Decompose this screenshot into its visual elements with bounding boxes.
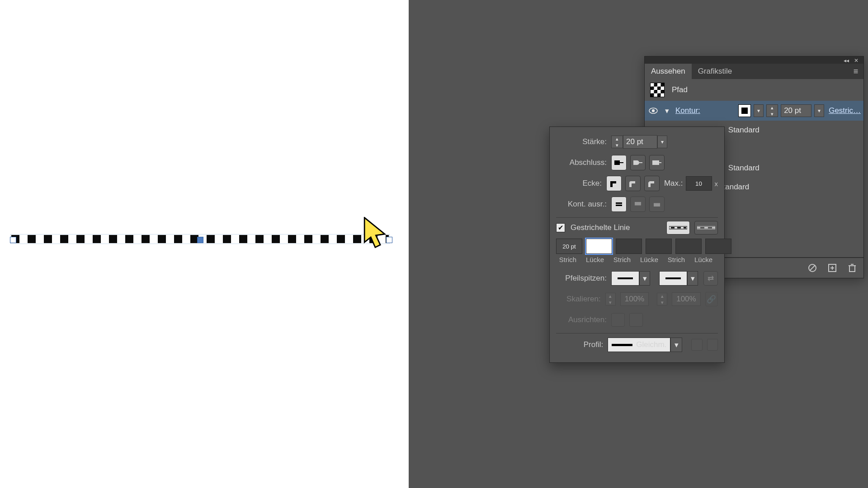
stroke-weight-value[interactable]: 20 pt xyxy=(781,104,811,117)
stroke-color-dropdown[interactable]: ▾ xyxy=(754,104,764,117)
svg-marker-17 xyxy=(648,181,654,187)
align-outside-button[interactable] xyxy=(649,197,665,212)
weight-dropdown[interactable]: ▾ xyxy=(657,136,667,148)
flip-across-icon[interactable] xyxy=(707,339,718,351)
dash-input-1[interactable] xyxy=(556,239,582,254)
gap-input-3[interactable] xyxy=(705,239,731,254)
stroke-extra-link[interactable]: Gestric… xyxy=(829,106,861,115)
cap-round-button[interactable] xyxy=(630,155,646,170)
svg-rect-20 xyxy=(635,202,641,205)
tab-aussehen[interactable]: Aussehen xyxy=(645,64,692,79)
selection-handle-right[interactable] xyxy=(386,237,392,243)
clear-appearance-icon[interactable] xyxy=(807,263,817,273)
arrow-end-dropdown[interactable]: ▾ xyxy=(687,271,698,286)
selection-handle-center[interactable] xyxy=(197,237,203,243)
panel-collapse-icon[interactable]: ◂◂ xyxy=(843,57,850,63)
new-effect-icon[interactable] xyxy=(827,263,837,273)
corner-round-button[interactable] xyxy=(625,176,641,191)
profile-dropdown[interactable]: ▾ xyxy=(670,338,682,352)
arrow-start-combo[interactable] xyxy=(611,271,639,286)
align-center-button[interactable] xyxy=(611,197,627,212)
stroke-panel[interactable]: Stärke: ▴▾ 20 pt ▾ Abschluss: Ecke: xyxy=(549,127,725,363)
stroke-weight-dropdown[interactable]: ▾ xyxy=(814,104,824,117)
gap-input-1[interactable] xyxy=(586,239,612,254)
link-scale-icon[interactable]: 🔗 xyxy=(705,292,718,306)
limit-label: Max.: xyxy=(664,179,683,188)
stroke-color-swatch[interactable] xyxy=(738,104,751,117)
align-tip-label: Ausrichten: xyxy=(556,315,607,324)
scale-right-stepper[interactable]: ▴▾ xyxy=(657,293,667,305)
gap-col-label-2: Lücke xyxy=(637,256,661,263)
align-tip-option-2[interactable] xyxy=(629,313,643,327)
weight-stepper[interactable]: ▴▾ xyxy=(611,136,623,148)
gap-col-label-3: Lücke xyxy=(692,256,715,263)
panel-menu-icon[interactable]: ≡ xyxy=(848,64,863,79)
miter-limit-input[interactable] xyxy=(686,176,712,191)
stroke-label-link[interactable]: Kontur: xyxy=(675,106,700,115)
profile-value: Gleichm. xyxy=(636,340,666,349)
flip-along-icon[interactable] xyxy=(691,339,702,351)
svg-rect-22 xyxy=(654,203,660,206)
canvas[interactable] xyxy=(0,0,409,488)
svg-rect-14 xyxy=(652,160,659,165)
corner-label: Ecke: xyxy=(556,179,602,188)
corner-bevel-button[interactable] xyxy=(644,176,660,191)
object-thumbnail xyxy=(650,83,665,97)
selection-handle-left[interactable] xyxy=(10,237,16,243)
gap-col-label-1: Lücke xyxy=(583,256,607,263)
cap-label: Abschluss: xyxy=(556,158,607,167)
disclosure-icon[interactable]: ▾ xyxy=(663,107,671,115)
profile-label: Profil: xyxy=(556,340,603,349)
align-stroke-label: Kont. ausr.: xyxy=(556,200,607,209)
dashed-line-checkbox[interactable]: ✔ xyxy=(556,223,565,232)
cap-projecting-button[interactable] xyxy=(649,155,665,170)
panel-close-icon[interactable]: ✕ xyxy=(853,57,860,63)
dash-input-3[interactable] xyxy=(675,239,702,254)
dash-col-label-1: Strich xyxy=(556,256,580,263)
weight-value[interactable]: 20 pt xyxy=(623,135,657,149)
stroke-weight-stepper[interactable]: ▴▾ xyxy=(766,104,778,117)
scale-label: Skalieren: xyxy=(556,295,601,304)
delete-icon[interactable] xyxy=(847,263,857,273)
dash-mode-align-button[interactable] xyxy=(694,221,718,235)
scale-left-value[interactable]: 100% xyxy=(620,292,649,306)
tab-grafikstile[interactable]: Grafikstile xyxy=(692,64,739,79)
corner-miter-button[interactable] xyxy=(606,176,622,191)
svg-rect-8 xyxy=(849,266,855,272)
dashed-line-label: Gestrichelte Linie xyxy=(571,223,630,232)
scale-left-stepper[interactable]: ▴▾ xyxy=(605,293,616,305)
object-type-label: Pfad xyxy=(672,85,688,94)
visibility-toggle-icon[interactable] xyxy=(648,106,658,116)
svg-marker-16 xyxy=(610,181,616,187)
align-tip-option-1[interactable] xyxy=(611,313,625,327)
cap-butt-button[interactable] xyxy=(611,155,627,170)
svg-rect-11 xyxy=(614,160,620,165)
dash-col-label-2: Strich xyxy=(610,256,634,263)
arrowheads-label: Pfeilspitzen: xyxy=(556,274,607,283)
gap-input-2[interactable] xyxy=(646,239,672,254)
svg-line-4 xyxy=(810,265,815,271)
dash-mode-preserve-button[interactable] xyxy=(666,221,690,235)
arrow-start-dropdown[interactable]: ▾ xyxy=(639,271,650,286)
weight-label: Stärke: xyxy=(556,137,607,146)
align-inside-button[interactable] xyxy=(630,197,646,212)
opacity-value-2[interactable]: Standard xyxy=(728,164,760,173)
arrow-end-combo[interactable] xyxy=(659,271,687,286)
limit-x-suffix: x xyxy=(715,180,718,188)
svg-point-2 xyxy=(652,109,655,112)
profile-combo[interactable]: Gleichm. xyxy=(608,338,670,352)
opacity-value-1[interactable]: Standard xyxy=(728,126,760,135)
swap-arrowheads-icon[interactable]: ⇄ xyxy=(703,271,718,286)
dash-col-label-3: Strich xyxy=(665,256,688,263)
dash-input-2[interactable] xyxy=(616,239,642,254)
scale-right-value[interactable]: 100% xyxy=(672,292,700,306)
